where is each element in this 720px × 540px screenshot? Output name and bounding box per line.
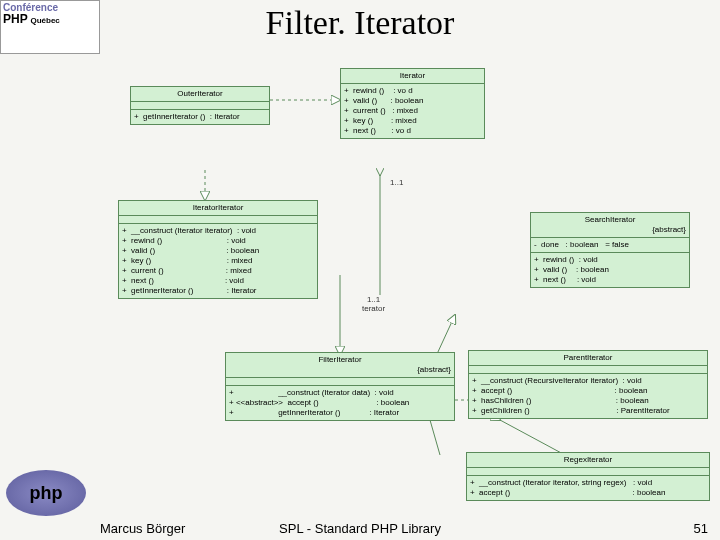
uml-empty (119, 216, 317, 224)
uml-name: RegexIterator (467, 453, 709, 468)
uml-box-regexiterator: RegexIterator + __construct (Iterator it… (466, 452, 710, 501)
uml-name: ParentIterator (469, 351, 707, 366)
uml-box-outeriterator: OuterIterator + getInnerIterator () : It… (130, 86, 270, 125)
uml-empty (226, 378, 454, 386)
uml-name: SearchIterator {abstract} (531, 213, 689, 238)
uml-tag: {abstract} (229, 365, 451, 375)
uml-ops: + __construct (RecursiveIterator iterato… (469, 374, 707, 418)
role-top: 1..1 (390, 178, 403, 187)
footer-center: SPL - Standard PHP Library (0, 521, 720, 536)
uml-name: IteratorIterator (119, 201, 317, 216)
footer-page: 51 (694, 521, 708, 536)
uml-attr: - done : boolean = false (531, 238, 689, 253)
uml-name-text: FilterIterator (318, 355, 361, 364)
uml-name-text: SearchIterator (585, 215, 636, 224)
uml-box-iteratoriterator: IteratorIterator + __construct (Iterator… (118, 200, 318, 299)
role-mid: 1..1 terator (362, 295, 385, 313)
uml-name: FilterIterator {abstract} (226, 353, 454, 378)
uml-ops: + rewind () : vo d + valid () : boolean … (341, 84, 484, 138)
uml-ops: + rewind () : void + valid () : boolean … (531, 253, 689, 287)
uml-ops: + __construct (Iterator iterator) : void… (119, 224, 317, 298)
uml-box-filteriterator: FilterIterator {abstract} + __construct … (225, 352, 455, 421)
php-logo-text: php (30, 483, 63, 504)
uml-empty (469, 366, 707, 374)
svg-line-6 (430, 420, 440, 455)
uml-ops: + __construct (Iterator data) : void + <… (226, 386, 454, 420)
uml-box-parentiterator: ParentIterator + __construct (RecursiveI… (468, 350, 708, 419)
uml-empty (131, 102, 269, 110)
uml-ops: + __construct (Iterator iterator, string… (467, 476, 709, 500)
uml-empty (467, 468, 709, 476)
uml-tag: {abstract} (534, 225, 686, 235)
uml-ops: + getInnerIterator () : Iterator (131, 110, 269, 124)
slide-title: Filter. Iterator (0, 4, 720, 42)
uml-box-searchiterator: SearchIterator {abstract} - done : boole… (530, 212, 690, 288)
svg-line-7 (500, 420, 565, 455)
uml-name: Iterator (341, 69, 484, 84)
php-logo: php (6, 470, 86, 516)
uml-box-iterator: Iterator + rewind () : vo d + valid () :… (340, 68, 485, 139)
uml-name: OuterIterator (131, 87, 269, 102)
